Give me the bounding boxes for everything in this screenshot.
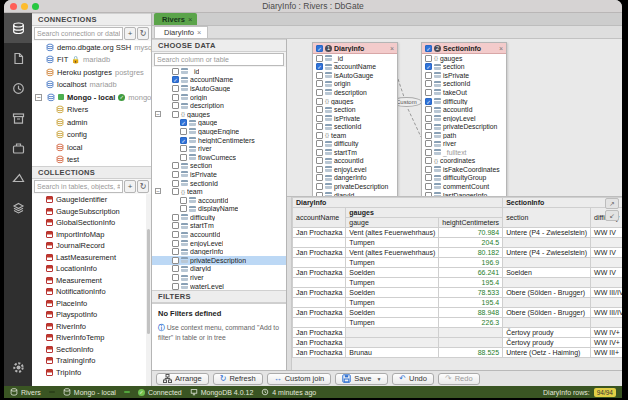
tree-row-heightcentimeters[interactable]: heightCentimeters: [152, 136, 286, 145]
checkbox[interactable]: [425, 115, 432, 122]
table-row[interactable]: Jan ProchazkaVent (altes Feuerwehrhaus)8…: [293, 248, 623, 258]
entity-field-isprivate[interactable]: isPrivate: [422, 71, 506, 80]
table-cell[interactable]: Vent (altes Feuerwehrhaus): [346, 228, 439, 238]
table-cell[interactable]: Soelden: [346, 268, 439, 278]
checkbox[interactable]: [425, 98, 432, 105]
table-cell[interactable]: Soelden: [346, 288, 439, 298]
table-cell[interactable]: 70.984: [439, 228, 503, 238]
entity-field-description[interactable]: description: [313, 88, 397, 97]
tree-row-river[interactable]: river: [152, 144, 286, 153]
table-cell[interactable]: [591, 278, 622, 288]
table-cell[interactable]: WW IV: [591, 248, 622, 258]
close-tab-group-icon[interactable]: ×: [188, 15, 192, 24]
maximize-grid-button[interactable]: ↗: [605, 198, 619, 209]
entity-checkbox[interactable]: [425, 45, 432, 52]
entity-field-accountname[interactable]: accountName: [313, 63, 397, 72]
collections-search-input[interactable]: [34, 180, 123, 193]
close-icon[interactable]: ×: [390, 45, 394, 52]
checkbox[interactable]: [180, 197, 187, 204]
collection-item-journalrecord[interactable]: JournalRecord: [32, 240, 151, 252]
entity-field-takeout[interactable]: takeOut: [422, 88, 506, 97]
table-cell[interactable]: Soelden: [346, 308, 439, 318]
collection-item-playspotinfo[interactable]: PlayspotInfo: [32, 309, 151, 321]
table-cell[interactable]: Jan Prochazka: [293, 348, 346, 358]
table-cell[interactable]: Tumpen: [346, 278, 439, 288]
entity-field-origin[interactable]: origin: [313, 80, 397, 89]
table-cell[interactable]: 195.4: [439, 278, 503, 288]
table-cell[interactable]: Vent (altes Feuerwehrhaus): [346, 248, 439, 258]
entity-field-difficulty[interactable]: difficulty: [313, 139, 397, 148]
entity-field-isautogauge[interactable]: isAutoGauge: [313, 71, 397, 80]
rail-file-button[interactable]: [4, 43, 32, 73]
entity-field-difficulty[interactable]: difficulty: [422, 97, 506, 106]
entity-field-starttm[interactable]: startTm: [313, 148, 397, 157]
table-cell[interactable]: 196.9: [439, 258, 503, 268]
query-designer-canvas[interactable]: Custom 1DiaryInfo×_idaccountNameisAutoGa…: [287, 39, 622, 197]
table-cell[interactable]: [346, 328, 439, 338]
entity-field-_fulltext[interactable]: _fulltext: [422, 148, 506, 157]
entity-field-river[interactable]: river: [422, 139, 506, 148]
collection-item-traininginfo[interactable]: TrainingInfo: [32, 355, 151, 367]
entity-field-commentcount[interactable]: commentCount: [422, 182, 506, 191]
collections-scrollbar[interactable]: [146, 194, 151, 386]
save-button[interactable]: Save▼: [335, 373, 388, 385]
table-cell[interactable]: [439, 328, 503, 338]
column-header-section[interactable]: section: [503, 208, 591, 228]
tree-row-description[interactable]: description: [152, 101, 286, 110]
collection-item-importinfomap[interactable]: ImportInfoMap: [32, 229, 151, 241]
collection-item-riverinfo[interactable]: RiverInfo: [32, 321, 151, 333]
collection-item-tripinfo[interactable]: TripInfo: [32, 367, 151, 379]
table-cell[interactable]: Untere (P4 - Zwieselstein): [503, 228, 591, 238]
database-item-test[interactable]: test: [32, 154, 151, 167]
table-cell[interactable]: Jan Prochazka: [293, 248, 346, 258]
checkbox[interactable]: [425, 157, 432, 164]
tree-row-accountname[interactable]: accountName: [152, 76, 286, 85]
entity-box-sectioninfo[interactable]: 2SectionInfo×{}gaugessectionisPrivatesec…: [421, 42, 507, 197]
table-cell[interactable]: Untere (Oetz - Haiming): [503, 348, 591, 358]
connection-item[interactable]: demo.dbgate.org SSHmysql: [32, 41, 151, 54]
table-row[interactable]: Jan ProchazkaSoelden88.948Obere (Sölden …: [293, 308, 623, 318]
arrange-button[interactable]: Arrange: [156, 373, 209, 385]
entity-field-isprivate[interactable]: isPrivate: [313, 114, 397, 123]
collection-item-gaugesubscription[interactable]: GaugeSubscription: [32, 206, 151, 218]
undo-button[interactable]: ↶Undo: [392, 373, 434, 385]
checkbox[interactable]: [172, 283, 179, 290]
tree-row-_id[interactable]: _id: [152, 67, 286, 76]
table-cell[interactable]: Obere (Sölden - Brugger): [503, 288, 591, 298]
table-cell[interactable]: 80.182: [439, 248, 503, 258]
collection-item-sectioninfo[interactable]: SectionInfo: [32, 344, 151, 356]
database-item-rivers[interactable]: Rivers: [32, 104, 151, 117]
table-cell[interactable]: Obere (Sölden - Brugger): [503, 308, 591, 318]
rail-apps-button[interactable]: [4, 133, 32, 163]
entity-field-path[interactable]: path: [422, 131, 506, 140]
column-header-heightcentimeters[interactable]: heightCentimeters: [439, 218, 503, 228]
checkbox[interactable]: [316, 115, 323, 122]
entity-checkbox[interactable]: [316, 45, 323, 52]
table-cell[interactable]: Soelden: [503, 268, 591, 278]
collection-item-gaugeidentifier[interactable]: GaugeIdentifier: [32, 194, 151, 206]
tree-row-isprivate[interactable]: isPrivate: [152, 170, 286, 179]
tree-row-river[interactable]: river: [152, 273, 286, 282]
table-row[interactable]: Tumpen196.9: [293, 258, 623, 268]
table-cell[interactable]: [591, 318, 622, 328]
table-cell[interactable]: 88.525: [439, 348, 503, 358]
table-cell[interactable]: 78.533: [439, 288, 503, 298]
checkbox[interactable]: [172, 231, 179, 238]
collection-item-riverinfotemp[interactable]: RiverInfoTemp: [32, 332, 151, 344]
table-cell[interactable]: WW IV: [591, 228, 622, 238]
table-cell[interactable]: WW IV+: [591, 328, 622, 338]
checkbox[interactable]: [172, 162, 179, 169]
column-header-accountname[interactable]: accountName: [293, 208, 346, 228]
checkbox[interactable]: [172, 171, 179, 178]
collection-item-placeinfo[interactable]: PlaceInfo: [32, 298, 151, 310]
collection-item-globalsectioninfo[interactable]: GlobalSectionInfo: [32, 217, 151, 229]
sync-structure-button[interactable]: [49, 391, 55, 393]
entity-field-_id[interactable]: _id: [313, 54, 397, 63]
checkbox[interactable]: [425, 140, 432, 147]
refresh-button[interactable]: ↻Refresh: [213, 373, 263, 385]
tree-row-origin[interactable]: origin: [152, 93, 286, 102]
checkbox[interactable]: [172, 102, 179, 109]
entity-field-enjoylevel[interactable]: enjoyLevel: [313, 165, 397, 174]
checkbox[interactable]: [425, 174, 432, 181]
collapse-expander[interactable]: −: [155, 188, 161, 194]
